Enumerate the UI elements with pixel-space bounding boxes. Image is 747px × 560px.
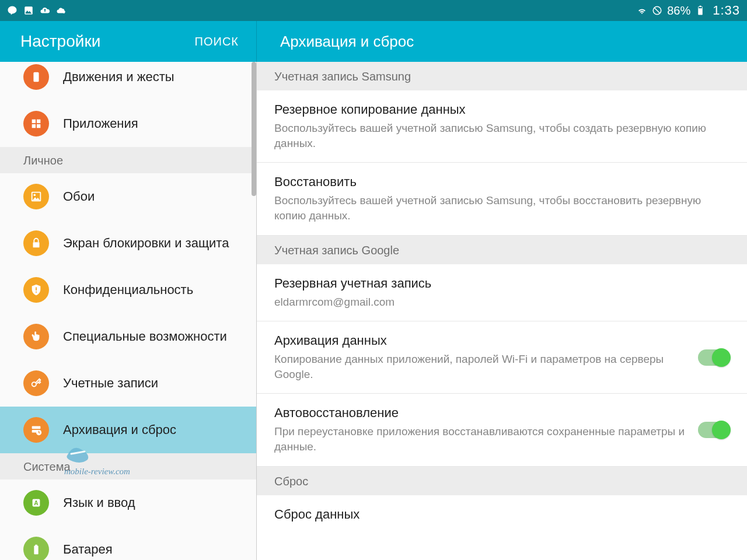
battery-icon (695, 5, 706, 16)
item-subtitle: eldarmrcom@gmail.com (274, 295, 729, 310)
item-autorestore[interactable]: Автовосстановление При переустановке при… (257, 394, 747, 466)
sidebar-item-label: Приложения (63, 116, 138, 131)
backup-icon (23, 417, 49, 443)
svg-rect-14 (36, 287, 37, 290)
sidebar-item-label: Движения и жесты (63, 69, 174, 85)
section-google: Учетная запись Google (257, 236, 747, 264)
motion-icon (23, 64, 49, 90)
item-subtitle: Воспользуйтесь вашей учетной записью Sam… (274, 193, 729, 223)
sidebar-item-battery[interactable]: Батарея (0, 526, 256, 560)
svg-point-12 (33, 194, 36, 196)
section-reset: Сброс (257, 467, 747, 495)
section-personal: Личное (0, 147, 256, 173)
toggle-archive[interactable] (698, 349, 729, 366)
gallery-icon (23, 5, 34, 16)
svg-text:A: A (34, 500, 39, 506)
detail-panel[interactable]: Учетная запись Samsung Резервное копиров… (257, 62, 747, 560)
wallpaper-icon (23, 184, 49, 209)
sidebar-item-language[interactable]: A Язык и ввод (0, 480, 256, 526)
svg-rect-4 (700, 6, 701, 7)
status-bar: 86% 1:33 (0, 0, 747, 21)
svg-rect-9 (32, 124, 36, 128)
privacy-icon (23, 277, 49, 303)
detail-title: Архивация и сброс (280, 33, 414, 51)
no-disturb-icon (652, 5, 662, 16)
sidebar-item-accessibility[interactable]: Специальные возможности (0, 313, 256, 360)
sidebar-item-apps[interactable]: Приложения (0, 100, 256, 147)
item-title: Восстановить (274, 174, 729, 190)
svg-rect-15 (36, 292, 37, 293)
svg-rect-10 (37, 124, 40, 128)
lock-icon (23, 230, 49, 256)
svg-rect-5 (699, 7, 702, 8)
item-subtitle: Копирование данных приложений, паролей W… (274, 352, 686, 382)
search-button[interactable]: ПОИСК (195, 35, 239, 48)
cloud-upload-icon (40, 5, 50, 16)
svg-point-16 (32, 382, 36, 386)
item-archive-data[interactable]: Архивация данных Копирование данных прил… (257, 321, 747, 394)
sidebar-item-label: Конфиденциальность (63, 282, 193, 298)
item-subtitle: Воспользуйтесь вашей учетной записью Sam… (274, 121, 729, 150)
battery-percent: 86% (667, 4, 690, 18)
hand-icon (23, 324, 49, 349)
section-samsung: Учетная запись Samsung (257, 62, 747, 90)
sidebar-item-label: Обои (63, 189, 95, 204)
svg-rect-22 (34, 546, 38, 555)
sidebar-item-label: Язык и ввод (63, 495, 135, 510)
item-title: Архивация данных (274, 333, 686, 348)
section-system: Система (0, 453, 256, 480)
language-icon: A (23, 490, 49, 516)
sidebar-item-label: Экран блокировки и защита (63, 236, 229, 251)
svg-line-2 (655, 8, 660, 13)
svg-rect-17 (32, 426, 41, 429)
scrollbar[interactable] (252, 62, 256, 196)
sidebar-item-label: Учетные записи (63, 376, 158, 391)
sidebar-item-accounts[interactable]: Учетные записи (0, 360, 256, 407)
clock: 1:33 (713, 3, 740, 18)
svg-rect-23 (35, 545, 37, 547)
svg-rect-6 (33, 72, 39, 82)
sidebar-item-lockscreen[interactable]: Экран блокировки и защита (0, 220, 256, 267)
item-backup-data[interactable]: Резервное копирование данных Воспользуйт… (257, 90, 747, 163)
sidebar-item-label: Архивация и сброс (63, 422, 176, 438)
key-icon (23, 370, 49, 396)
apps-icon (23, 111, 49, 136)
settings-title: Настройки (20, 32, 100, 51)
item-factory-reset[interactable]: Сброс данных (257, 495, 747, 537)
item-title: Резервная учетная запись (274, 276, 729, 291)
item-title: Сброс данных (274, 507, 729, 522)
item-restore[interactable]: Восстановить Воспользуйтесь вашей учетно… (257, 163, 747, 235)
sidebar-item-wallpaper[interactable]: Обои (0, 173, 256, 220)
item-title: Автовосстановление (274, 405, 686, 421)
wifi-icon (637, 5, 647, 16)
item-title: Резервное копирование данных (274, 102, 729, 117)
item-subtitle: При переустановке приложения восстанавли… (274, 424, 686, 454)
sidebar-item-backup[interactable]: Архивация и сброс (0, 407, 256, 453)
hangouts-icon (7, 5, 18, 16)
toggle-autorestore[interactable] (698, 422, 729, 438)
battery-settings-icon (23, 537, 49, 560)
sidebar-item-label: Специальные возможности (63, 329, 227, 344)
sidebar-item-privacy[interactable]: Конфиденциальность (0, 267, 256, 313)
svg-rect-7 (32, 120, 36, 123)
svg-rect-13 (33, 242, 40, 247)
sidebar-item-label: Батарея (63, 542, 113, 557)
app-bar: Настройки ПОИСК Архивация и сброс (0, 21, 747, 62)
onedrive-icon (56, 5, 67, 16)
svg-rect-8 (37, 120, 40, 123)
sidebar-item-motion[interactable]: Движения и жесты (0, 62, 256, 100)
item-backup-account[interactable]: Резервная учетная запись eldarmrcom@gmai… (257, 264, 747, 322)
settings-sidebar[interactable]: Движения и жесты Приложения Личное Обои … (0, 62, 257, 560)
